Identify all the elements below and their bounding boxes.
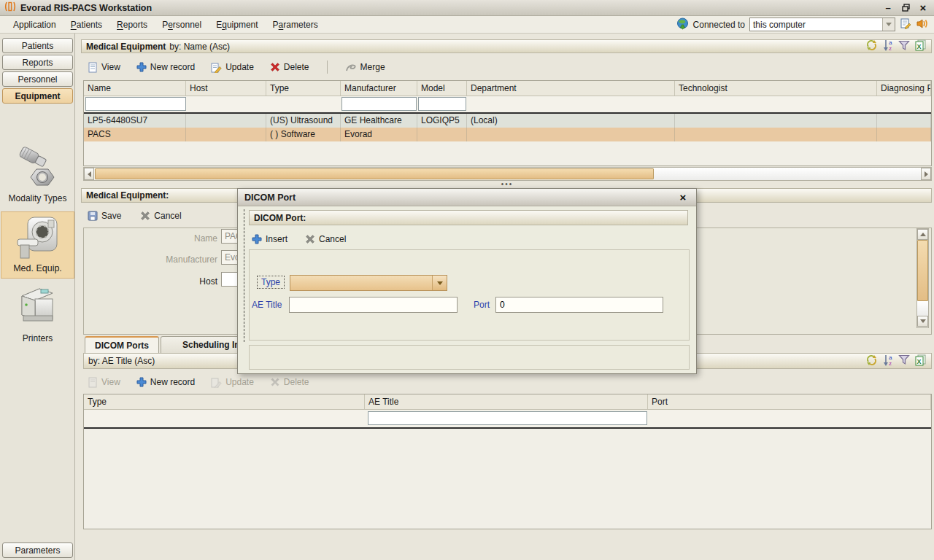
splitter-handle[interactable]: ••• xyxy=(474,180,540,188)
equipment-toolbar: View New record Update Delete Merge xyxy=(88,60,385,74)
modality-types-icon[interactable] xyxy=(17,146,58,193)
column-header-host[interactable]: Host xyxy=(186,81,266,96)
ports-filter-icon[interactable] xyxy=(898,354,910,368)
merge-button[interactable]: Merge xyxy=(345,62,385,72)
equipment-filter-row xyxy=(84,96,931,112)
vertical-scrollbar[interactable] xyxy=(916,228,929,328)
scroll-left-icon[interactable] xyxy=(84,168,94,180)
menu-item-patients[interactable]: Patients xyxy=(63,18,109,32)
update-button[interactable]: Update xyxy=(211,62,254,73)
dialog-title-bar[interactable]: DICOM Port × xyxy=(238,189,696,206)
table-cell: ( ) Software xyxy=(266,128,341,141)
column-header-technologist[interactable]: Technologist xyxy=(675,81,877,96)
scrollbar-track[interactable] xyxy=(654,168,921,180)
printers-icon[interactable] xyxy=(16,283,58,332)
sidebar-button-parameters[interactable]: Parameters xyxy=(2,542,73,558)
med-equip-icon[interactable] xyxy=(16,216,58,263)
table-row[interactable]: PACS( ) SoftwareEvorad xyxy=(84,128,931,141)
svg-text:X: X xyxy=(917,357,922,365)
svg-text:z: z xyxy=(889,360,892,366)
table-row[interactable]: LP5-64480SU7(US) UltrasoundGE Healthcare… xyxy=(84,114,931,128)
sidebar-button-reports[interactable]: Reports xyxy=(2,55,73,70)
port-field[interactable] xyxy=(495,297,663,313)
ae-title-field-label: AE Title xyxy=(252,300,282,310)
restore-button[interactable] xyxy=(899,2,912,14)
column-header-diagnosing-physician[interactable]: Diagnosing Physician xyxy=(877,81,931,96)
refresh-icon[interactable] xyxy=(865,39,878,53)
close-button[interactable]: × xyxy=(916,2,930,14)
delete-button[interactable]: Delete xyxy=(270,62,309,72)
table-cell xyxy=(467,128,675,141)
filter-input-model[interactable] xyxy=(418,97,466,111)
dialog-header: DICOM Port: xyxy=(254,213,306,223)
sidebar-button-equipment[interactable]: Equipment xyxy=(2,88,73,104)
column-header-name[interactable]: Name xyxy=(84,81,186,96)
toolbar-divider xyxy=(327,61,328,74)
name-field-label: Name xyxy=(109,231,217,244)
ports-column-header-type[interactable]: Type xyxy=(84,394,365,409)
table-cell: (US) Ultrasound xyxy=(266,114,341,128)
table-cell xyxy=(675,114,877,128)
scroll-down-icon[interactable] xyxy=(917,316,928,327)
cancel-button[interactable]: Cancel xyxy=(140,211,181,221)
ports-column-header-port[interactable]: Port xyxy=(648,394,931,409)
connection-area: Connected to this computer xyxy=(676,18,928,32)
column-header-type[interactable]: Type xyxy=(266,81,341,96)
column-header-department[interactable]: Department xyxy=(467,81,675,96)
excel-export-icon[interactable]: X xyxy=(915,39,927,53)
menu-item-parameters[interactable]: Parameters xyxy=(266,18,325,32)
dialog-close-icon[interactable]: × xyxy=(676,192,690,203)
med-equip-label[interactable]: Med. Equip. xyxy=(0,263,75,273)
scrollbar-thumb[interactable] xyxy=(95,168,654,179)
vscrollbar-track[interactable] xyxy=(917,301,928,316)
menu-item-equipment[interactable]: Equipment xyxy=(209,18,265,32)
ports-table: TypeAE TitlePort xyxy=(83,394,932,529)
manufacturer-field-label: Manufacturer xyxy=(109,252,217,265)
ports-table-header: TypeAE TitlePort xyxy=(84,394,931,410)
menu-item-personnel[interactable]: Personnel xyxy=(155,18,209,32)
chevron-down-icon[interactable] xyxy=(882,18,895,31)
column-header-model[interactable]: Model xyxy=(417,81,467,96)
sidebar-button-personnel[interactable]: Personnel xyxy=(2,71,73,87)
app-icon xyxy=(4,1,16,14)
filter-input-ae-title[interactable] xyxy=(368,411,647,425)
view-button[interactable]: View xyxy=(88,62,120,73)
ports-delete-button: Delete xyxy=(270,377,309,387)
ae-title-field[interactable] xyxy=(289,297,458,313)
insert-button[interactable]: Insert xyxy=(252,234,287,244)
filter-input-name[interactable] xyxy=(85,97,186,111)
speaker-icon[interactable] xyxy=(916,18,928,31)
new-record-button[interactable]: New record xyxy=(136,62,195,72)
connected-to-label: Connected to xyxy=(693,20,745,30)
ports-column-header-ae-title[interactable]: AE Title xyxy=(365,394,648,409)
dicom-port-dialog: DICOM Port × DICOM Port: Insert Cancel T… xyxy=(237,188,697,374)
ports-excel-export-icon[interactable]: X xyxy=(915,354,927,368)
host-field-label: Host xyxy=(109,274,217,287)
menu-item-reports[interactable]: Reports xyxy=(109,18,155,32)
column-header-manufacturer[interactable]: Manufacturer xyxy=(341,81,417,96)
edit-note-icon[interactable] xyxy=(900,18,911,31)
sidebar-button-patients[interactable]: Patients xyxy=(2,38,73,53)
ports-new-record-button[interactable]: New record xyxy=(136,377,195,387)
filter-icon[interactable] xyxy=(898,40,910,53)
modality-types-label[interactable]: Modality Types xyxy=(0,193,75,203)
scroll-right-icon[interactable] xyxy=(921,168,931,180)
filter-input-manufacturer[interactable] xyxy=(341,97,417,111)
menu-items: ApplicationPatientsReportsPersonnelEquip… xyxy=(6,18,325,32)
minimize-button[interactable]: – xyxy=(881,2,895,14)
connection-select[interactable]: this computer xyxy=(749,18,895,31)
ports-sort-az-icon[interactable]: az xyxy=(883,354,893,368)
menu-item-application[interactable]: Application xyxy=(6,18,63,32)
save-button[interactable]: Save xyxy=(88,211,121,221)
type-combobox[interactable] xyxy=(290,275,447,291)
ports-refresh-icon[interactable] xyxy=(865,354,878,368)
combo-chevron-down-icon[interactable] xyxy=(432,276,447,290)
dialog-cancel-button[interactable]: Cancel xyxy=(305,234,346,244)
printers-label[interactable]: Printers xyxy=(0,333,75,343)
tab-dicom-ports[interactable]: DICOM Ports xyxy=(85,336,159,353)
sort-az-icon[interactable]: az xyxy=(883,39,893,53)
horizontal-scrollbar[interactable] xyxy=(83,167,932,181)
vscrollbar-thumb[interactable] xyxy=(917,240,928,301)
scroll-up-icon[interactable] xyxy=(917,229,928,240)
ports-update-button: Update xyxy=(211,377,254,388)
